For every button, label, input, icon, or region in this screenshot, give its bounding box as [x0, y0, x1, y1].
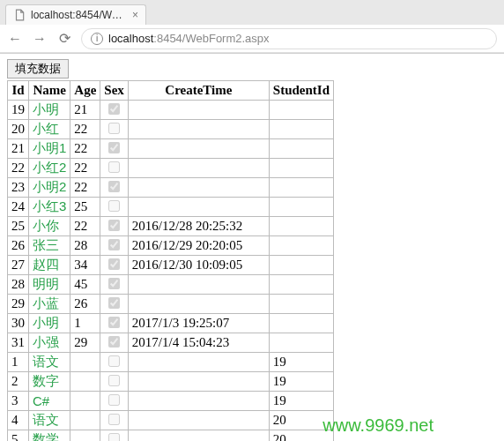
- fill-data-button[interactable]: 填充数据: [7, 59, 69, 78]
- table-row: 23小明222: [8, 178, 334, 198]
- cell-age: [70, 372, 100, 392]
- cell-createtime: [128, 392, 269, 411]
- back-button[interactable]: ←: [7, 31, 23, 47]
- cell-name-link[interactable]: 小红3: [29, 198, 70, 217]
- sex-checkbox: [108, 317, 120, 328]
- cell-sex: [100, 430, 129, 442]
- sex-checkbox: [108, 161, 120, 173]
- cell-sex: [100, 139, 129, 159]
- cell-sex: [100, 372, 129, 392]
- cell-createtime: 2017/1/4 15:04:23: [128, 333, 269, 353]
- cell-name-link[interactable]: 明明: [29, 275, 70, 295]
- reload-button[interactable]: ⟳: [56, 30, 72, 47]
- sex-checkbox: [108, 181, 120, 192]
- cell-studentid: 19: [269, 353, 333, 372]
- table-row: 20小红22: [8, 120, 334, 139]
- sex-checkbox: [108, 414, 120, 425]
- page-favicon-icon: [13, 9, 26, 21]
- cell-name-link[interactable]: 小蓝: [29, 295, 70, 314]
- table-row: 29小蓝26: [8, 295, 334, 314]
- table-row: 25小你222016/12/28 20:25:32: [8, 217, 334, 236]
- cell-age: [70, 411, 100, 430]
- sex-checkbox: [108, 336, 120, 348]
- cell-name-link[interactable]: C#: [29, 392, 70, 411]
- cell-sex: [100, 295, 129, 314]
- cell-age: 22: [70, 120, 100, 139]
- close-tab-icon[interactable]: ×: [132, 9, 138, 21]
- cell-name-link[interactable]: 语文: [29, 411, 70, 430]
- cell-name-link[interactable]: 小红: [29, 120, 70, 139]
- cell-name-link[interactable]: 小强: [29, 333, 70, 353]
- site-info-icon[interactable]: i: [91, 33, 103, 45]
- forward-button[interactable]: →: [32, 31, 48, 47]
- table-body: 19小明2120小红2221小明12222小红22223小明22224小红325…: [8, 101, 334, 442]
- cell-id: 26: [8, 236, 29, 256]
- cell-sex: [100, 236, 129, 256]
- sex-checkbox: [108, 375, 120, 386]
- cell-createtime: [128, 411, 269, 430]
- sex-checkbox: [108, 239, 120, 250]
- cell-createtime: [128, 178, 269, 198]
- table-row: 21小明122: [8, 139, 334, 159]
- cell-name-link[interactable]: 小明1: [29, 139, 70, 159]
- cell-sex: [100, 198, 129, 217]
- cell-name-link[interactable]: 赵四: [29, 256, 70, 275]
- table-row: 24小红325: [8, 198, 334, 217]
- cell-createtime: [128, 159, 269, 178]
- cell-studentid: [269, 256, 333, 275]
- cell-age: 29: [70, 333, 100, 353]
- table-row: 4语文20: [8, 411, 334, 430]
- cell-studentid: [269, 217, 333, 236]
- cell-createtime: [128, 295, 269, 314]
- cell-name-link[interactable]: 语文: [29, 353, 70, 372]
- cell-id: 1: [8, 353, 29, 372]
- col-sex: Sex: [100, 81, 129, 101]
- cell-name-link[interactable]: 小明: [29, 101, 70, 120]
- table-row: 22小红222: [8, 159, 334, 178]
- cell-studentid: 19: [269, 372, 333, 392]
- table-row: 30小明12017/1/3 19:25:07: [8, 314, 334, 333]
- cell-createtime: 2016/12/28 20:25:32: [128, 217, 269, 236]
- cell-name-link[interactable]: 小你: [29, 217, 70, 236]
- tab-strip: localhost:8454/WebFo ×: [0, 0, 504, 25]
- sex-checkbox: [108, 355, 120, 367]
- cell-age: [70, 392, 100, 411]
- sex-checkbox: [108, 200, 120, 212]
- cell-studentid: [269, 120, 333, 139]
- cell-studentid: [269, 139, 333, 159]
- cell-createtime: [128, 198, 269, 217]
- cell-age: 1: [70, 314, 100, 333]
- col-name: Name: [29, 81, 70, 101]
- watermark-text: www.9969.net: [322, 415, 434, 436]
- cell-createtime: [128, 120, 269, 139]
- cell-name-link[interactable]: 数字: [29, 372, 70, 392]
- cell-createtime: [128, 372, 269, 392]
- cell-createtime: [128, 275, 269, 295]
- cell-sex: [100, 275, 129, 295]
- cell-name-link[interactable]: 小明: [29, 314, 70, 333]
- cell-age: 26: [70, 295, 100, 314]
- cell-name-link[interactable]: 小红2: [29, 159, 70, 178]
- cell-id: 24: [8, 198, 29, 217]
- cell-name-link[interactable]: 小明2: [29, 178, 70, 198]
- sex-checkbox: [108, 220, 120, 231]
- table-row: 26张三282016/12/29 20:20:05: [8, 236, 334, 256]
- col-studentid: StudentId: [269, 81, 333, 101]
- browser-tab[interactable]: localhost:8454/WebFo ×: [5, 4, 146, 25]
- browser-chrome: localhost:8454/WebFo × ← → ⟳ i localhost…: [0, 0, 504, 54]
- cell-studentid: [269, 275, 333, 295]
- cell-studentid: [269, 198, 333, 217]
- cell-id: 22: [8, 159, 29, 178]
- cell-name-link[interactable]: 张三: [29, 236, 70, 256]
- table-row: 5数学20: [8, 430, 334, 442]
- col-age: Age: [70, 81, 100, 101]
- cell-id: 20: [8, 120, 29, 139]
- cell-createtime: 2016/12/29 20:20:05: [128, 236, 269, 256]
- data-table: Id Name Age Sex CreateTime StudentId 19小…: [7, 80, 334, 441]
- address-bar[interactable]: i localhost:8454/WebForm2.aspx: [81, 28, 497, 49]
- cell-name-link[interactable]: 数学: [29, 430, 70, 442]
- cell-createtime: [128, 139, 269, 159]
- cell-studentid: [269, 178, 333, 198]
- cell-id: 27: [8, 256, 29, 275]
- table-row: 1语文19: [8, 353, 334, 372]
